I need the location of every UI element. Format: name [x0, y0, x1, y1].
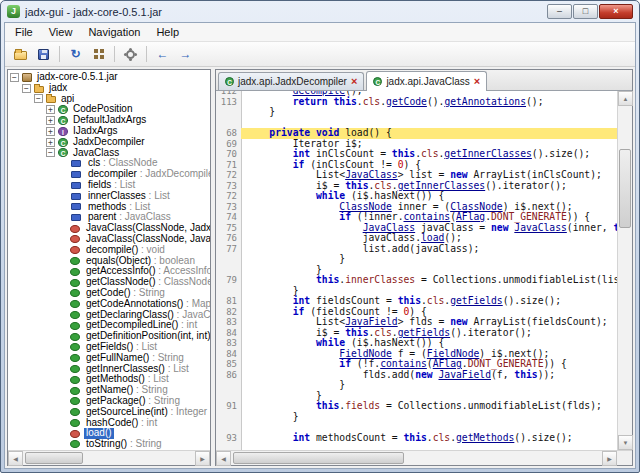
code-reference-link[interactable]: JavaClass	[345, 169, 398, 180]
code-line: }	[216, 380, 617, 391]
code-token: }	[316, 390, 322, 401]
code-reference-link[interactable]: contains	[404, 211, 451, 222]
code-line-text[interactable]: }	[241, 380, 617, 391]
method-icon	[70, 419, 80, 427]
line-number: 82	[216, 307, 241, 318]
tree-item-jadx[interactable]: −jadx	[10, 83, 210, 94]
tree-item-name: getDecompiledLine()	[86, 319, 178, 330]
code-hscroll-track[interactable]	[231, 451, 602, 465]
close-button[interactable]: ×	[599, 4, 633, 19]
code-reference-link[interactable]: AFlag	[433, 358, 462, 369]
menu-file[interactable]: File	[7, 24, 41, 40]
tree-toggle-icon[interactable]: +	[46, 138, 55, 147]
code-reference-link[interactable]: getInnerClasses	[444, 148, 532, 159]
menu-view[interactable]: View	[41, 24, 81, 40]
code-reference-link[interactable]: getFields	[398, 327, 451, 338]
code-reference-link[interactable]: getCode	[386, 96, 427, 107]
code-token: = Collections.unmodifiableList(list);	[415, 274, 617, 285]
tree-hscrollbar[interactable]: ◀ ▶	[8, 450, 210, 465]
code-vscrollbar[interactable]: ▲ ▼	[617, 91, 632, 450]
code-hscrollbar[interactable]: ◀ ▶	[216, 450, 632, 465]
minimize-button[interactable]: –	[547, 4, 572, 19]
code-reference-link[interactable]: JavaField	[345, 316, 398, 327]
code-editor[interactable]: 112 decompile();113 return this.cls.getC…	[216, 91, 617, 450]
code-token: ().iterator();	[485, 180, 567, 191]
code-line-text[interactable]: return this.cls.getCode().getAnnotations…	[241, 97, 617, 108]
code-reference-link[interactable]: JavaField	[439, 369, 492, 380]
code-vscroll-thumb[interactable]	[619, 149, 631, 228]
maximize-button[interactable]: □	[573, 4, 598, 19]
scroll-down-icon[interactable]: ▼	[618, 435, 633, 450]
main-area: −jadx-core-0.5.1.jar−jadx−api+CCodePosit…	[5, 67, 635, 468]
back-button[interactable]: ←	[152, 44, 173, 65]
tree-item-jadx-core-0-5-1-jar[interactable]: −jadx-core-0.5.1.jar	[10, 72, 210, 83]
code-line-text[interactable]: }	[241, 412, 617, 423]
tree-toggle-icon[interactable]: −	[10, 73, 19, 82]
code-reference-link[interactable]: getFields	[450, 295, 503, 306]
code-reference-link[interactable]: load	[421, 232, 444, 243]
save-all-button[interactable]	[33, 44, 54, 65]
tree-toggle-icon[interactable]: −	[22, 84, 31, 93]
flat-packages-button[interactable]	[88, 44, 109, 65]
open-file-button[interactable]	[10, 44, 31, 65]
code-token: DONT_GENERATE	[491, 211, 567, 222]
menu-help[interactable]: Help	[148, 24, 187, 40]
tree-item-type: : AccessInfo	[155, 265, 210, 276]
code-reference-link[interactable]: contains	[380, 358, 427, 369]
code-line-text[interactable]: int methodsCount = this.cls.getMethods()…	[241, 433, 617, 444]
code-line-text[interactable]: }	[241, 254, 617, 265]
package-tree[interactable]: −jadx-core-0.5.1.jar−jadx−api+CCodePosit…	[8, 70, 210, 450]
tree-toggle-icon[interactable]: +	[46, 116, 55, 125]
tree-item-name: JavaClass(ClassNode, JadxDecompiler)	[86, 222, 210, 233]
preferences-button[interactable]	[120, 44, 141, 65]
tree-hscroll-thumb[interactable]	[25, 452, 83, 464]
code-token: (i$.hasNext()) {	[345, 190, 444, 201]
tree-toggle-icon[interactable]: −	[34, 94, 43, 103]
scroll-right-icon[interactable]: ▶	[602, 451, 617, 466]
code-reference-link[interactable]: JavaClass	[514, 222, 567, 233]
scroll-left-icon[interactable]: ◀	[8, 451, 23, 466]
tree-item-tostring[interactable]: toString() : String	[10, 439, 210, 450]
tab-jadx-api-jadxdecompiler[interactable]: Cjadx.api.JadxDecompiler×	[218, 72, 364, 90]
code-token: this	[392, 148, 415, 159]
code-reference-link[interactable]: FieldNode	[427, 348, 480, 359]
tree-toggle-icon[interactable]: +	[46, 127, 55, 136]
method-private-icon	[70, 430, 80, 438]
tab-jadx-api-javaclass[interactable]: Cjadx.api.JavaClass×	[366, 71, 487, 91]
method-icon	[70, 387, 80, 395]
forward-arrow-icon: →	[180, 48, 192, 60]
code-vscroll-track[interactable]	[618, 106, 632, 435]
package-icon	[46, 96, 56, 103]
tree-toggle-icon[interactable]: +	[46, 105, 55, 114]
code-token: this	[614, 222, 618, 233]
scroll-up-icon[interactable]: ▲	[618, 91, 633, 106]
tree-item-type: : JavaClass	[174, 309, 210, 320]
code-reference-link[interactable]: FieldNode	[339, 348, 392, 359]
tab-close-icon[interactable]: ×	[474, 76, 480, 87]
toolbar-separator	[59, 46, 60, 62]
code-reference-link[interactable]: ClassNode	[450, 201, 503, 212]
code-reference-link[interactable]: ClassNode	[339, 201, 392, 212]
code-reference-link[interactable]: JavaClass	[363, 222, 416, 233]
code-reference-link[interactable]: getMethods	[456, 432, 514, 443]
ctor-icon	[70, 235, 80, 243]
code-token: List<	[316, 316, 345, 327]
scroll-right-icon[interactable]: ▶	[195, 451, 210, 466]
title-bar[interactable]: J jadx-gui - jadx-core-0.5.1.jar – □ ×	[4, 1, 636, 22]
line-number: 86	[216, 370, 241, 381]
code-reference-link[interactable]: getAnnotations	[444, 96, 526, 107]
tree-toggle-icon[interactable]: −	[46, 148, 55, 157]
code-line-text[interactable]: }	[241, 107, 617, 118]
tab-close-icon[interactable]: ×	[351, 76, 357, 87]
line-number: 70	[216, 149, 241, 160]
back-arrow-icon: ←	[157, 48, 169, 60]
code-reference-link[interactable]: AFlag	[456, 211, 485, 222]
code-hscroll-thumb[interactable]	[233, 452, 404, 464]
code-reference-link[interactable]: getInnerClasses	[398, 180, 486, 191]
code-token: cls	[374, 327, 392, 338]
sync-button[interactable]: ↻	[65, 44, 86, 65]
tree-hscroll-track[interactable]	[23, 451, 195, 465]
forward-button[interactable]: →	[175, 44, 196, 65]
scroll-left-icon[interactable]: ◀	[216, 451, 231, 466]
menu-navigation[interactable]: Navigation	[80, 24, 148, 40]
